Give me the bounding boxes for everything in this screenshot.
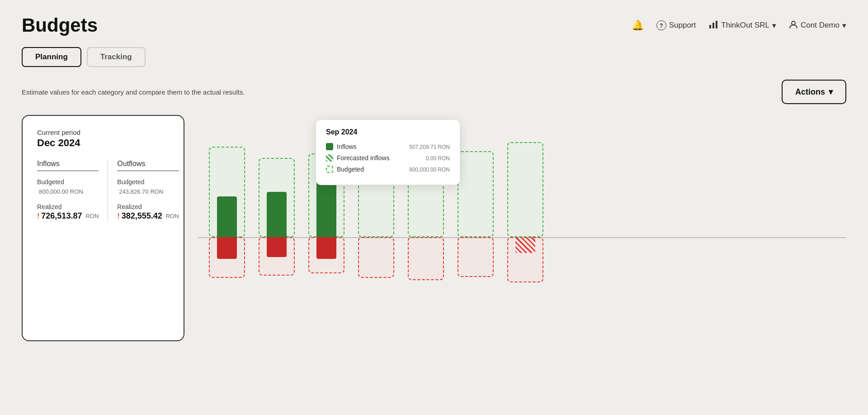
summary-period-label: Current period [37,129,169,136]
tooltip-title: Sep 2024 [326,128,450,136]
tooltip-inflows-label: Inflows [337,143,357,150]
bar-col-1 [207,142,247,332]
support-link[interactable]: ? Support [656,20,696,30]
user-dropdown[interactable]: Cont Demo ▾ [789,20,846,31]
budget-outflow-4 [358,237,394,278]
header-right: 🔔 ? Support ThinkOut SRL ▾ Cont Demo ▾ [632,19,846,32]
tooltip-forecast-label: Forecasted inflows [337,154,390,162]
inflows-warn-icon: ! [37,212,39,220]
bell-icon[interactable]: 🔔 [632,19,644,31]
page-title: Budgets [22,14,98,36]
bar-col-2 [257,142,297,332]
svg-rect-2 [716,21,717,29]
forecast-outflow-7 [515,237,535,253]
chart-container: Sep 2024 Inflows 507,209.71RON [198,142,846,332]
inflows-realized-value: ! 726,513.87 RON [37,211,99,221]
svg-point-3 [792,21,795,25]
actual-outflow-1 [217,237,237,259]
company-icon [708,19,718,32]
bar-col-3[interactable]: Sep 2024 Inflows 507,209.71RON [307,142,346,332]
main-content: Current period Dec 2024 Inflows Budgeted… [0,115,868,341]
bar-col-7 [505,142,545,332]
inflows-title: Inflows [37,160,99,168]
legend-forecast-icon [326,154,333,162]
actual-outflow-2 [267,237,287,257]
summary-outflows: Outflows Budgeted 243,826.70RON Realized… [108,160,179,223]
actual-inflow-2 [267,192,287,237]
summary-month: Dec 2024 [37,137,169,149]
actual-inflow-1 [217,196,237,237]
actual-inflow-3 [316,178,336,237]
tooltip-budgeted-label: Budgeted [337,166,364,173]
company-chevron: ▾ [772,21,776,30]
description-row: Estimate values for each category and co… [0,76,868,115]
bar-col-6 [456,142,495,332]
user-label: Cont Demo [801,21,840,30]
chart-area: Sep 2024 Inflows 507,209.71RON [184,115,846,341]
tabs-row: Planning Tracking [0,43,868,76]
outflows-realized-value: ! 382,555.42 RON [117,211,179,221]
actions-button[interactable]: Actions ▾ [782,80,846,104]
tooltip: Sep 2024 Inflows 507,209.71RON [316,119,460,185]
svg-rect-1 [712,23,714,29]
tooltip-row-inflows: Inflows 507,209.71RON [326,143,450,150]
inflows-budgeted-value: 800,000.00RON [37,186,99,196]
company-dropdown[interactable]: ThinkOut SRL ▾ [708,19,776,32]
outflows-realized-label: Realized [117,203,179,210]
summary-inflows: Inflows Budgeted 800,000.00RON Realized … [37,160,108,223]
user-icon [789,20,798,31]
summary-columns: Inflows Budgeted 800,000.00RON Realized … [37,160,169,223]
tooltip-budgeted-value: 800,000.00RON [408,165,450,173]
outflows-title: Outflows [117,160,179,168]
user-chevron: ▾ [842,21,846,30]
support-label: Support [669,21,696,30]
actions-label: Actions [795,87,825,97]
budget-inflow-7 [507,142,543,237]
budget-outflow-6 [458,237,494,277]
budget-outflow-5 [408,237,444,280]
svg-rect-0 [709,25,711,29]
support-icon: ? [656,20,666,30]
tooltip-row-budgeted: Budgeted 800,000.00RON [326,165,450,173]
actions-chevron: ▾ [829,87,833,97]
summary-card: Current period Dec 2024 Inflows Budgeted… [22,115,184,341]
tooltip-inflows-value: 507,209.71RON [408,143,450,150]
header: Budgets 🔔 ? Support ThinkOut SRL ▾ Cont … [0,0,868,43]
outflows-warn-icon: ! [117,212,119,220]
company-label: ThinkOut SRL [721,21,769,30]
tab-tracking[interactable]: Tracking [87,47,146,67]
tooltip-forecast-value: 0.00RON [425,154,450,162]
description-text: Estimate values for each category and co… [22,88,245,96]
outflows-budgeted-value: 243,826.70RON [117,186,179,196]
budget-inflow-6 [458,151,494,237]
tab-planning[interactable]: Planning [22,47,81,67]
legend-inflows-icon [326,143,333,150]
legend-budgeted-icon [326,166,333,173]
tooltip-row-forecast: Forecasted inflows 0.00RON [326,154,450,162]
hatch-red-7 [515,237,535,253]
outflows-budgeted-label: Budgeted [117,178,179,186]
inflows-realized-label: Realized [37,203,99,210]
actual-outflow-3 [316,237,336,259]
inflows-budgeted-label: Budgeted [37,178,99,186]
